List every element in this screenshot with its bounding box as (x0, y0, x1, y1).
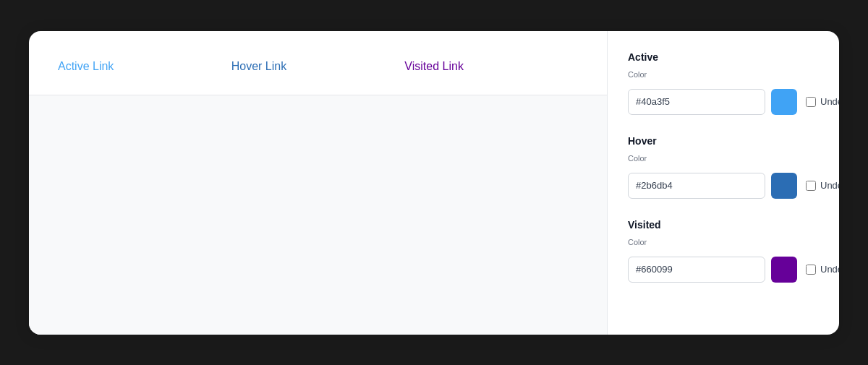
hover-underline-label: Underline (820, 180, 839, 191)
visited-underline-checkbox[interactable] (806, 265, 816, 275)
preview-links-row: Active Link Hover Link Visited Link (29, 31, 607, 95)
hover-underline-group: Underline (806, 180, 839, 191)
active-underline-checkbox[interactable] (806, 97, 816, 107)
hover-color-label: Color (628, 154, 819, 163)
settings-panel: Active Color Underline Hover Color Under (608, 31, 839, 335)
visited-color-label: Color (628, 238, 819, 246)
active-section: Active Color Underline (628, 51, 819, 115)
visited-link-preview[interactable]: Visited Link (404, 60, 578, 73)
active-section-title: Active (628, 51, 819, 63)
visited-color-input[interactable] (628, 257, 765, 283)
active-underline-label: Underline (820, 96, 839, 107)
visited-color-swatch[interactable] (771, 257, 797, 283)
hover-color-input[interactable] (628, 173, 765, 199)
visited-section-title: Visited (628, 219, 819, 231)
active-underline-group: Underline (806, 96, 839, 107)
hover-section-title: Hover (628, 135, 819, 147)
hover-color-row: Underline (628, 173, 819, 199)
active-color-input[interactable] (628, 89, 765, 115)
hover-color-swatch[interactable] (771, 173, 797, 199)
hover-link-preview[interactable]: Hover Link (231, 60, 405, 73)
hover-section: Hover Color Underline (628, 135, 819, 199)
active-color-label: Color (628, 70, 819, 79)
visited-underline-label: Underline (820, 264, 839, 275)
active-color-row: Underline (628, 89, 819, 115)
preview-content-area (29, 95, 607, 335)
active-color-swatch[interactable] (771, 89, 797, 115)
active-link-preview[interactable]: Active Link (58, 60, 231, 73)
visited-underline-group: Underline (806, 264, 839, 275)
visited-color-row: Underline (628, 257, 819, 283)
visited-section: Visited Color Underline (628, 219, 819, 283)
hover-underline-checkbox[interactable] (806, 181, 816, 191)
main-card: Active Link Hover Link Visited Link Acti… (29, 31, 839, 335)
preview-panel: Active Link Hover Link Visited Link (29, 31, 608, 335)
